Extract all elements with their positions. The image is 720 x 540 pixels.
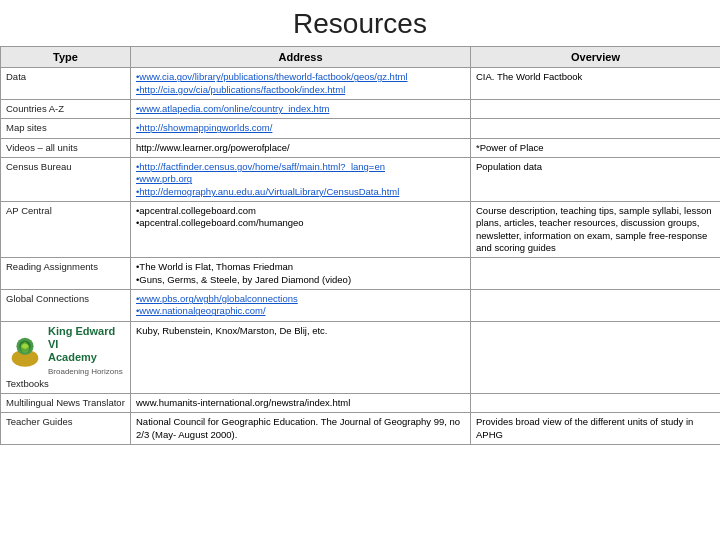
address-link[interactable]: •http://showmappingworlds.com/	[136, 122, 465, 134]
address-link[interactable]: •www.atlapedia.com/online/country_index.…	[136, 103, 465, 115]
table-row: AP Central•apcentral.collegeboard.com•ap…	[1, 202, 721, 258]
table-row: Data•www.cia.gov/library/publications/th…	[1, 68, 721, 100]
address-cell: •www.cia.gov/library/publications/thewor…	[131, 68, 471, 100]
address-cell: Kuby, Rubenstein, Knox/Marston, De Blij,…	[131, 321, 471, 393]
address-text: Kuby, Rubenstein, Knox/Marston, De Blij,…	[136, 325, 465, 337]
table-row: Reading Assignments•The World is Flat, T…	[1, 258, 721, 290]
address-cell: •www.pbs.org/wgbh/globalconnections•www.…	[131, 290, 471, 322]
col-header-overview: Overview	[471, 47, 721, 68]
address-text: •Guns, Germs, & Steele, by Jared Diamond…	[136, 274, 465, 286]
overview-cell	[471, 290, 721, 322]
table-row: Videos – all unitshttp://www.learner.org…	[1, 138, 721, 157]
overview-cell: Population data	[471, 158, 721, 202]
overview-cell: Provides broad view of the different uni…	[471, 413, 721, 445]
address-text: •apcentral.collegeboard.com	[136, 205, 465, 217]
address-text: •The World is Flat, Thomas Friedman	[136, 261, 465, 273]
address-cell: •http://factfinder.census.gov/home/saff/…	[131, 158, 471, 202]
table-row: Map sites•http://showmappingworlds.com/	[1, 119, 721, 138]
resources-table: Type Address Overview Data•www.cia.gov/l…	[0, 46, 720, 445]
table-row: Countries A-Z•www.atlapedia.com/online/c…	[1, 99, 721, 118]
overview-cell: *Power of Place	[471, 138, 721, 157]
overview-cell	[471, 393, 721, 412]
type-cell: Countries A-Z	[1, 99, 131, 118]
address-link[interactable]: •http://demography.anu.edu.au/VirtualLib…	[136, 186, 465, 198]
address-text: National Council for Geographic Educatio…	[136, 416, 465, 441]
type-cell: King Edward VIAcademyBroadening Horizons…	[1, 321, 131, 393]
address-link[interactable]: •http://cia.gov/cia/publications/factboo…	[136, 84, 465, 96]
type-cell: Reading Assignments	[1, 258, 131, 290]
address-cell: •The World is Flat, Thomas Friedman•Guns…	[131, 258, 471, 290]
type-cell: Census Bureau	[1, 158, 131, 202]
table-row: King Edward VIAcademyBroadening Horizons…	[1, 321, 721, 393]
table-row: Multilingual News Translatorwww.humanits…	[1, 393, 721, 412]
address-text: www.humanits-international.org/newstra/i…	[136, 397, 465, 409]
overview-cell	[471, 99, 721, 118]
address-cell: National Council for Geographic Educatio…	[131, 413, 471, 445]
table-row: Census Bureau•http://factfinder.census.g…	[1, 158, 721, 202]
address-cell: www.humanits-international.org/newstra/i…	[131, 393, 471, 412]
type-cell: Global Connections	[1, 290, 131, 322]
address-text: •apcentral.collegeboard.com/humangeo	[136, 217, 465, 229]
address-link[interactable]: •www.pbs.org/wgbh/globalconnections	[136, 293, 465, 305]
address-text: http://www.learner.org/powerofplace/	[136, 142, 465, 154]
address-link[interactable]: •www.nationalgeographic.com/	[136, 305, 465, 317]
address-link[interactable]: •www.cia.gov/library/publications/thewor…	[136, 71, 465, 83]
address-link[interactable]: •http://factfinder.census.gov/home/saff/…	[136, 161, 465, 173]
page-title: Resources	[0, 0, 720, 46]
type-cell: Videos – all units	[1, 138, 131, 157]
type-cell: AP Central	[1, 202, 131, 258]
table-row: Teacher GuidesNational Council for Geogr…	[1, 413, 721, 445]
type-cell: Multilingual News Translator	[1, 393, 131, 412]
overview-cell: CIA. The World Factbook	[471, 68, 721, 100]
address-cell: •apcentral.collegeboard.com•apcentral.co…	[131, 202, 471, 258]
col-header-address: Address	[131, 47, 471, 68]
overview-cell: Course description, teaching tips, sampl…	[471, 202, 721, 258]
overview-cell	[471, 258, 721, 290]
address-cell: •http://showmappingworlds.com/	[131, 119, 471, 138]
overview-cell	[471, 119, 721, 138]
address-cell: http://www.learner.org/powerofplace/	[131, 138, 471, 157]
type-cell: Data	[1, 68, 131, 100]
address-link[interactable]: •www.prb.org	[136, 173, 465, 185]
address-cell: •www.atlapedia.com/online/country_index.…	[131, 99, 471, 118]
col-header-type: Type	[1, 47, 131, 68]
type-cell: Map sites	[1, 119, 131, 138]
overview-cell	[471, 321, 721, 393]
table-row: Global Connections•www.pbs.org/wgbh/glob…	[1, 290, 721, 322]
type-cell: Teacher Guides	[1, 413, 131, 445]
